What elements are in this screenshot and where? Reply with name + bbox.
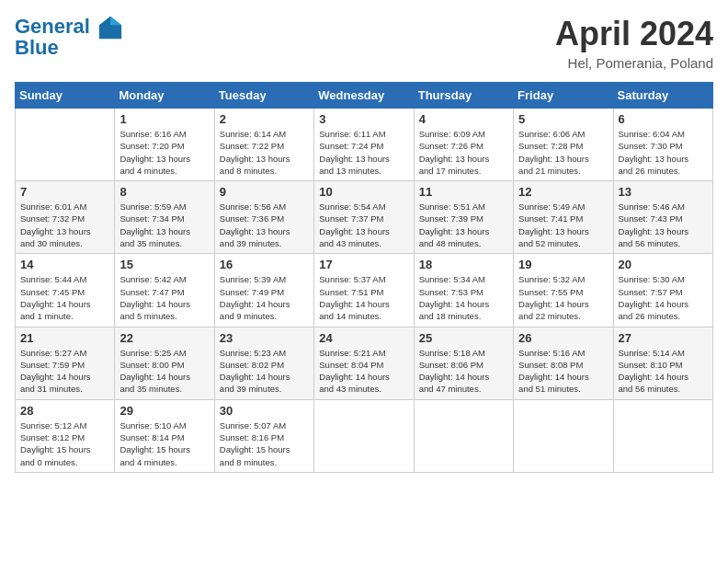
- location: Hel, Pomerania, Poland: [555, 55, 713, 71]
- day-info: Sunrise: 5:54 AMSunset: 7:37 PMDaylight:…: [319, 201, 408, 249]
- calendar-week-row: 1Sunrise: 6:16 AMSunset: 7:20 PMDaylight…: [16, 109, 713, 181]
- calendar-cell: 29Sunrise: 5:10 AMSunset: 8:14 PMDayligh…: [115, 399, 214, 472]
- day-number: 4: [419, 112, 508, 126]
- day-number: 17: [319, 258, 408, 271]
- calendar-cell: 5Sunrise: 6:06 AMSunset: 7:28 PMDaylight…: [514, 109, 613, 181]
- calendar-cell: 26Sunrise: 5:16 AMSunset: 8:08 PMDayligh…: [514, 327, 613, 399]
- calendar-cell: 15Sunrise: 5:42 AMSunset: 7:47 PMDayligh…: [115, 254, 214, 327]
- calendar-table: SundayMondayTuesdayWednesdayThursdayFrid…: [15, 82, 713, 473]
- day-number: 20: [619, 258, 708, 271]
- calendar-week-row: 28Sunrise: 5:12 AMSunset: 8:12 PMDayligh…: [16, 399, 713, 472]
- calendar-header-sunday: Sunday: [16, 83, 115, 109]
- logo: General Blue: [15, 15, 123, 59]
- day-number: 27: [619, 331, 708, 345]
- day-info: Sunrise: 6:11 AMSunset: 7:24 PMDaylight:…: [319, 128, 408, 177]
- svg-marker-1: [110, 17, 121, 25]
- calendar-cell: 14Sunrise: 5:44 AMSunset: 7:45 PMDayligh…: [16, 254, 115, 327]
- calendar-cell: 11Sunrise: 5:51 AMSunset: 7:39 PMDayligh…: [414, 181, 513, 254]
- calendar-week-row: 7Sunrise: 6:01 AMSunset: 7:32 PMDaylight…: [16, 181, 713, 254]
- day-info: Sunrise: 5:25 AMSunset: 8:00 PMDaylight:…: [119, 347, 209, 396]
- page-header: General Blue April 2024 Hel, Pomerania, …: [15, 15, 713, 71]
- calendar-cell: 7Sunrise: 6:01 AMSunset: 7:32 PMDaylight…: [16, 181, 115, 254]
- day-info: Sunrise: 6:16 AMSunset: 7:20 PMDaylight:…: [119, 128, 209, 177]
- day-number: 18: [419, 258, 508, 271]
- day-number: 9: [220, 185, 309, 199]
- month-title: April 2024: [555, 15, 713, 53]
- calendar-cell: [16, 109, 115, 181]
- calendar-cell: [414, 399, 513, 472]
- day-info: Sunrise: 5:27 AMSunset: 7:59 PMDaylight:…: [20, 347, 109, 396]
- calendar-cell: 22Sunrise: 5:25 AMSunset: 8:00 PMDayligh…: [115, 327, 214, 399]
- day-number: 11: [419, 185, 508, 199]
- calendar-cell: 2Sunrise: 6:14 AMSunset: 7:22 PMDaylight…: [214, 109, 313, 181]
- calendar-header-wednesday: Wednesday: [314, 83, 414, 109]
- title-block: April 2024 Hel, Pomerania, Poland: [555, 15, 713, 71]
- day-info: Sunrise: 5:37 AMSunset: 7:51 PMDaylight:…: [319, 273, 408, 322]
- calendar-header-monday: Monday: [115, 83, 214, 109]
- calendar-header-saturday: Saturday: [613, 83, 712, 109]
- calendar-cell: 27Sunrise: 5:14 AMSunset: 8:10 PMDayligh…: [613, 327, 712, 399]
- day-number: 8: [119, 185, 209, 199]
- day-info: Sunrise: 5:30 AMSunset: 7:57 PMDaylight:…: [619, 273, 708, 322]
- calendar-cell: [514, 399, 613, 472]
- day-info: Sunrise: 5:12 AMSunset: 8:12 PMDaylight:…: [20, 419, 109, 468]
- day-info: Sunrise: 5:56 AMSunset: 7:36 PMDaylight:…: [220, 201, 309, 249]
- calendar-header-thursday: Thursday: [414, 83, 513, 109]
- day-info: Sunrise: 5:34 AMSunset: 7:53 PMDaylight:…: [419, 273, 508, 322]
- day-number: 16: [220, 258, 309, 271]
- day-info: Sunrise: 6:14 AMSunset: 7:22 PMDaylight:…: [220, 128, 309, 177]
- day-info: Sunrise: 6:04 AMSunset: 7:30 PMDaylight:…: [619, 128, 708, 177]
- day-number: 24: [319, 331, 408, 345]
- calendar-cell: 9Sunrise: 5:56 AMSunset: 7:36 PMDaylight…: [214, 181, 313, 254]
- calendar-cell: 18Sunrise: 5:34 AMSunset: 7:53 PMDayligh…: [414, 254, 513, 327]
- day-number: 22: [119, 331, 209, 345]
- day-info: Sunrise: 5:07 AMSunset: 8:16 PMDaylight:…: [220, 419, 309, 468]
- calendar-cell: 10Sunrise: 5:54 AMSunset: 7:37 PMDayligh…: [314, 181, 414, 254]
- calendar-cell: 6Sunrise: 6:04 AMSunset: 7:30 PMDaylight…: [613, 109, 712, 181]
- day-info: Sunrise: 5:42 AMSunset: 7:47 PMDaylight:…: [119, 273, 209, 322]
- day-info: Sunrise: 5:21 AMSunset: 8:04 PMDaylight:…: [319, 347, 408, 396]
- day-info: Sunrise: 5:32 AMSunset: 7:55 PMDaylight:…: [518, 273, 608, 322]
- calendar-cell: 23Sunrise: 5:23 AMSunset: 8:02 PMDayligh…: [214, 327, 313, 399]
- day-info: Sunrise: 5:23 AMSunset: 8:02 PMDaylight:…: [220, 347, 309, 396]
- day-number: 25: [419, 331, 508, 345]
- calendar-header-friday: Friday: [514, 83, 613, 109]
- day-info: Sunrise: 5:39 AMSunset: 7:49 PMDaylight:…: [220, 273, 309, 322]
- day-number: 1: [119, 112, 209, 126]
- day-info: Sunrise: 5:10 AMSunset: 8:14 PMDaylight:…: [119, 419, 209, 468]
- day-info: Sunrise: 5:46 AMSunset: 7:43 PMDaylight:…: [619, 201, 708, 249]
- calendar-header-tuesday: Tuesday: [214, 83, 313, 109]
- calendar-cell: [314, 399, 414, 472]
- day-info: Sunrise: 5:16 AMSunset: 8:08 PMDaylight:…: [518, 347, 608, 396]
- day-number: 7: [20, 185, 109, 199]
- day-number: 29: [119, 404, 209, 418]
- day-info: Sunrise: 5:51 AMSunset: 7:39 PMDaylight:…: [419, 201, 508, 249]
- day-number: 14: [20, 258, 109, 271]
- calendar-cell: 12Sunrise: 5:49 AMSunset: 7:41 PMDayligh…: [514, 181, 613, 254]
- day-info: Sunrise: 6:09 AMSunset: 7:26 PMDaylight:…: [419, 128, 508, 177]
- day-number: 19: [518, 258, 608, 271]
- day-number: 6: [619, 112, 708, 126]
- day-info: Sunrise: 6:06 AMSunset: 7:28 PMDaylight:…: [518, 128, 608, 177]
- day-info: Sunrise: 6:01 AMSunset: 7:32 PMDaylight:…: [20, 201, 109, 249]
- day-number: 3: [319, 112, 408, 126]
- day-info: Sunrise: 5:59 AMSunset: 7:34 PMDaylight:…: [119, 201, 209, 249]
- day-number: 28: [20, 404, 109, 418]
- calendar-cell: 1Sunrise: 6:16 AMSunset: 7:20 PMDaylight…: [115, 109, 214, 181]
- day-number: 13: [619, 185, 708, 199]
- calendar-week-row: 14Sunrise: 5:44 AMSunset: 7:45 PMDayligh…: [16, 254, 713, 327]
- calendar-cell: 19Sunrise: 5:32 AMSunset: 7:55 PMDayligh…: [514, 254, 613, 327]
- calendar-cell: 16Sunrise: 5:39 AMSunset: 7:49 PMDayligh…: [214, 254, 313, 327]
- calendar-cell: [613, 399, 712, 472]
- day-info: Sunrise: 5:44 AMSunset: 7:45 PMDaylight:…: [20, 273, 109, 322]
- calendar-cell: 24Sunrise: 5:21 AMSunset: 8:04 PMDayligh…: [314, 327, 414, 399]
- day-number: 15: [119, 258, 209, 271]
- day-number: 23: [220, 331, 309, 345]
- calendar-cell: 13Sunrise: 5:46 AMSunset: 7:43 PMDayligh…: [613, 181, 712, 254]
- calendar-week-row: 21Sunrise: 5:27 AMSunset: 7:59 PMDayligh…: [16, 327, 713, 399]
- day-number: 26: [518, 331, 608, 345]
- day-info: Sunrise: 5:18 AMSunset: 8:06 PMDaylight:…: [419, 347, 508, 396]
- calendar-cell: 21Sunrise: 5:27 AMSunset: 7:59 PMDayligh…: [16, 327, 115, 399]
- calendar-cell: 17Sunrise: 5:37 AMSunset: 7:51 PMDayligh…: [314, 254, 414, 327]
- day-number: 2: [220, 112, 309, 126]
